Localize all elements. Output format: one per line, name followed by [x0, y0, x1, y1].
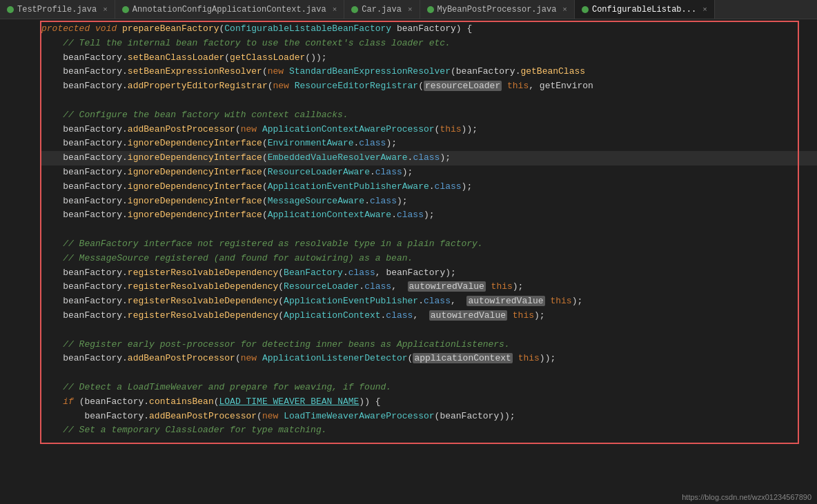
close-icon[interactable]: × — [562, 6, 567, 14]
code-line — [40, 94, 817, 108]
code-line: beanFactory.setBeanExpressionResolver(ne… — [40, 65, 817, 79]
code-line: // Detect a LoadTimeWeaver and prepare f… — [40, 381, 817, 395]
code-line: beanFactory.ignoreDependencyInterface(En… — [40, 137, 817, 151]
code-line: // Tell the internal bean factory to use… — [40, 37, 817, 51]
code-line: beanFactory.registerResolvableDependency… — [40, 280, 817, 294]
tab-car[interactable]: Car.java × — [344, 0, 420, 19]
tab-configurablelistable[interactable]: ConfigurableListab... × — [575, 0, 715, 19]
close-icon[interactable]: × — [333, 6, 337, 14]
tabs-bar: TestProfile.java × AnnotationConfigAppli… — [0, 0, 817, 19]
code-line: beanFactory.registerResolvableDependency… — [40, 294, 817, 309]
close-icon[interactable]: × — [103, 6, 108, 14]
code-line — [40, 223, 817, 237]
tab-label: TestProfile.java — [17, 5, 97, 14]
java-icon — [7, 6, 14, 13]
java-icon — [427, 6, 434, 13]
close-icon[interactable]: × — [702, 6, 707, 14]
code-line: beanFactory.ignoreDependencyInterface(Re… — [40, 165, 817, 180]
code-line: beanFactory.registerResolvableDependency… — [40, 266, 817, 281]
code-line: beanFactory.setBeanClassLoader(getClassL… — [40, 51, 817, 65]
code-line — [40, 366, 817, 381]
code-line: // MessageSource registered (and found f… — [40, 252, 817, 266]
code-content: protected void prepareBeanFactory(Config… — [40, 19, 817, 441]
code-line: beanFactory.ignoreDependencyInterface(Ap… — [40, 208, 817, 223]
code-line: beanFactory.addPropertyEditorRegistrar(n… — [40, 79, 817, 94]
java-icon — [582, 6, 589, 13]
code-line: // BeanFactory interface not registered … — [40, 237, 817, 252]
code-line: beanFactory.ignoreDependencyInterface(Me… — [40, 194, 817, 209]
tab-label: MyBeanPostProcessor.java — [437, 5, 557, 14]
code-line: beanFactory.addBeanPostProcessor(new App… — [40, 352, 817, 366]
code-line: // Register early post-processor for det… — [40, 338, 817, 352]
code-line: beanFactory.addBeanPostProcessor(new Loa… — [40, 410, 817, 424]
tab-testprofile[interactable]: TestProfile.java × — [0, 0, 115, 19]
tab-label: Car.java — [362, 5, 402, 14]
java-icon — [122, 6, 129, 13]
code-line: beanFactory.addBeanPostProcessor(new App… — [40, 123, 817, 137]
tab-label: AnnotationConfigApplicationContext.java — [132, 5, 326, 14]
watermark: https://blog.csdn.net/wzx01234567890 — [682, 493, 811, 501]
code-line: // Set a temporary ClassLoader for type … — [40, 423, 817, 438]
code-line: beanFactory.registerResolvableDependency… — [40, 309, 817, 323]
code-line: // Configure the bean factory with conte… — [40, 108, 817, 123]
java-icon — [351, 6, 358, 13]
close-icon[interactable]: × — [408, 6, 413, 14]
code-line — [40, 323, 817, 338]
tab-annotationconfig[interactable]: AnnotationConfigApplicationContext.java … — [115, 0, 344, 19]
code-editor[interactable]: protected void prepareBeanFactory(Config… — [0, 19, 817, 504]
code-line: if (beanFactory.containsBean(LOAD_TIME_W… — [40, 395, 817, 410]
tab-label: ConfigurableListab... — [592, 5, 696, 14]
tab-mybeanpostprocessor[interactable]: MyBeanPostProcessor.java × — [420, 0, 575, 19]
code-line: protected void prepareBeanFactory(Config… — [40, 22, 817, 37]
code-line: beanFactory.ignoreDependencyInterface(Em… — [40, 151, 817, 165]
code-line: beanFactory.ignoreDependencyInterface(Ap… — [40, 180, 817, 194]
